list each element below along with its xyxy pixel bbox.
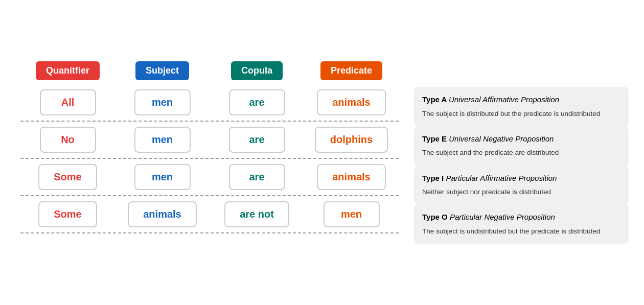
type-name: Particular Affirmative Proposition (446, 174, 557, 182)
header-row: Quanitfier Subject Copula Predicate (15, 61, 404, 80)
subject-cell-1: men (115, 127, 210, 153)
subject-cell-3: animals (115, 201, 210, 227)
quantifier-cell-3: Some (20, 201, 115, 227)
copula-badge: Copula (231, 61, 283, 80)
predicate-word-1: dolphins (315, 127, 388, 153)
subject-badge: Subject (135, 61, 189, 80)
type-card-e: Type E Universal Negative PropositionThe… (414, 126, 629, 166)
predicate-header-cell: Predicate (304, 61, 399, 80)
predicate-badge: Predicate (320, 61, 382, 80)
copula-word-3: are not (224, 201, 289, 227)
predicate-cell-2: animals (304, 164, 399, 190)
subject-word-0: men (134, 89, 191, 115)
type-name: Universal Negative Proposition (449, 134, 554, 143)
copula-cell-0: are (210, 89, 304, 115)
quantifier-word-3: Some (38, 201, 97, 227)
type-card-a-desc: The subject is distributed but the predi… (422, 109, 620, 119)
type-card-e-title: Type E Universal Negative Proposition (422, 133, 620, 145)
subject-word-2: men (134, 164, 191, 190)
quantifier-cell-1: No (20, 127, 115, 153)
type-card-a-title: Type A Universal Affirmative Proposition (422, 94, 620, 106)
copula-cell-1: are (210, 127, 304, 153)
copula-word-0: are (229, 89, 285, 115)
subject-word-1: men (134, 127, 191, 153)
type-cards: Type A Universal Affirmative Proposition… (414, 87, 629, 244)
copula-word-2: are (229, 164, 285, 190)
type-letter: Type I (422, 174, 444, 182)
subject-cell-0: men (115, 89, 210, 115)
type-card-a: Type A Universal Affirmative Proposition… (414, 87, 629, 126)
divider-3 (20, 232, 399, 233)
copula-cell-3: are not (210, 201, 304, 227)
quantifier-word-1: No (40, 127, 96, 153)
right-panel: Type A Universal Affirmative Proposition… (414, 61, 629, 244)
left-panel: Quanitfier Subject Copula Predicate Allm… (15, 61, 404, 233)
subject-cell-2: men (115, 164, 210, 190)
quantifier-header-cell: Quanitfier (20, 61, 115, 80)
predicate-word-0: animals (317, 89, 385, 115)
subject-header-cell: Subject (115, 61, 210, 80)
copula-cell-2: are (210, 164, 304, 190)
type-card-o: Type O Particular Negative PropositionTh… (414, 204, 629, 244)
copula-header-cell: Copula (210, 61, 304, 80)
predicate-cell-1: dolphins (304, 127, 399, 153)
type-card-i-title: Type I Particular Affirmative Propositio… (422, 173, 620, 184)
word-row-0: Allmenareanimals (15, 84, 404, 121)
type-card-i-desc: Neither subject nor predicate is distrib… (422, 187, 620, 197)
main-container: Quanitfier Subject Copula Predicate Allm… (10, 51, 634, 254)
quantifier-word-2: Some (38, 164, 97, 190)
word-row-2: Somemenareanimals (15, 159, 404, 195)
predicate-cell-0: animals (304, 89, 399, 115)
proposition-rows: AllmenareanimalsNomenaredolphinsSomemena… (15, 84, 404, 233)
type-card-i: Type I Particular Affirmative Propositio… (414, 166, 629, 205)
type-name: Universal Affirmative Proposition (449, 95, 559, 104)
predicate-word-2: animals (317, 164, 385, 190)
quantifier-cell-0: All (20, 89, 115, 115)
subject-word-3: animals (128, 201, 196, 227)
type-letter: Type A (422, 95, 447, 104)
quantifier-badge: Quanitfier (36, 61, 100, 80)
type-letter: Type E (422, 134, 447, 143)
word-row-1: Nomenaredolphins (15, 122, 404, 158)
copula-word-1: are (229, 127, 285, 153)
type-card-o-title: Type O Particular Negative Proposition (422, 212, 620, 223)
predicate-cell-3: men (304, 201, 399, 227)
predicate-word-3: men (324, 201, 380, 227)
word-row-3: Someanimalsare notmen (15, 196, 404, 232)
quantifier-word-0: All (40, 89, 96, 115)
quantifier-cell-2: Some (20, 164, 115, 190)
type-letter: Type O (422, 213, 448, 221)
type-name: Particular Negative Proposition (450, 213, 555, 221)
type-card-o-desc: The subject is undistributed but the pre… (422, 226, 620, 237)
type-card-e-desc: The subject and the predicate are distri… (422, 148, 620, 158)
